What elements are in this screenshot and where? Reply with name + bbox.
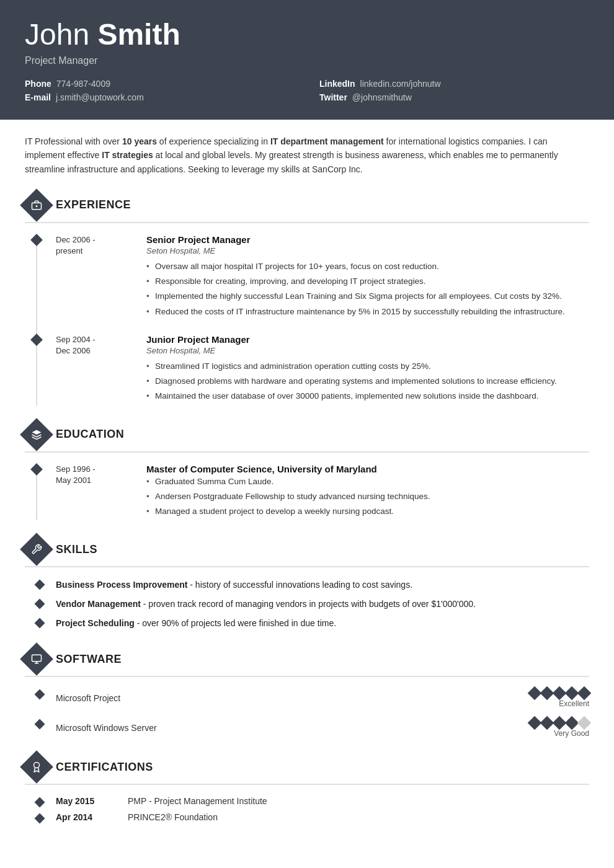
skills-header: SKILLS xyxy=(25,538,589,567)
skill-name-2: Vendor Management xyxy=(56,599,141,609)
summary-bold-dept: IT department management xyxy=(270,136,384,146)
resume-main: IT Professional with over 10 years of ex… xyxy=(0,120,614,865)
svg-point-6 xyxy=(34,763,40,768)
first-name: John xyxy=(25,18,97,51)
edu-diamond-1 xyxy=(30,463,43,476)
cert-list: May 2015 PMP - Project Management Instit… xyxy=(25,796,589,822)
skill-name-1: Business Process Improvement xyxy=(56,580,187,590)
skill-diamond-1 xyxy=(35,580,45,590)
exp-details-2: Junior Project Manager Seton Hospital, M… xyxy=(146,334,589,405)
summary-section: IT Professional with over 10 years of ex… xyxy=(25,135,589,176)
dot-2-4 xyxy=(565,716,579,730)
exp-date-2: Sep 2004 -Dec 2006 xyxy=(56,334,136,405)
cert-item-2: Apr 2014 PRINCE2® Foundation xyxy=(56,812,589,822)
skill-item-2: Vendor Management - proven track record … xyxy=(56,598,589,611)
certifications-icon xyxy=(20,751,53,784)
dot-2-3 xyxy=(553,716,567,730)
dot-1-3 xyxy=(553,686,567,701)
sw-name-2: Microsoft Windows Server xyxy=(56,723,157,733)
software-header: SOFTWARE xyxy=(25,647,589,677)
sw-name-1: Microsoft Project xyxy=(56,693,120,703)
linkedin-label: LinkedIn xyxy=(319,79,355,89)
skills-list: Business Process Improvement - history o… xyxy=(25,578,589,630)
cert-date-1: May 2015 xyxy=(56,796,118,806)
email-label: E-mail xyxy=(25,92,51,102)
experience-header: EXPERIENCE xyxy=(25,193,589,223)
exp-date-1: Dec 2006 -present xyxy=(56,234,136,321)
edu-bullet-1-1: Graduated Summa Cum Laude. xyxy=(146,476,589,488)
edu-degree-1: Master of Computer Science, University o… xyxy=(146,464,589,474)
education-item-1: Sep 1996 -May 2001 Master of Computer Sc… xyxy=(56,464,589,521)
cert-name-2: PRINCE2® Foundation xyxy=(128,812,589,822)
timeline-diamond-1 xyxy=(30,234,43,246)
education-section: EDUCATION Sep 1996 -May 2001 Master of C… xyxy=(25,423,589,521)
job-title: Project Manager xyxy=(25,55,589,66)
dot-1-1 xyxy=(528,686,542,701)
contact-twitter: Twitter @johnsmithutw xyxy=(319,92,589,102)
sw-rating-label-2: Very Good xyxy=(554,729,589,738)
experience-section: EXPERIENCE Dec 2006 -present Senior Proj… xyxy=(25,193,589,405)
edu-date-1: Sep 1996 -May 2001 xyxy=(56,464,136,521)
edu-details-1: Master of Computer Science, University o… xyxy=(146,464,589,521)
skill-name-3: Project Scheduling xyxy=(56,618,135,628)
experience-item-1: Dec 2006 -present Senior Project Manager… xyxy=(56,234,589,321)
edu-bullet-1-3: Managed a student project to develop a w… xyxy=(146,505,589,518)
software-icon xyxy=(20,643,53,676)
cert-item-1: May 2015 PMP - Project Management Instit… xyxy=(56,796,589,806)
skill-diamond-3 xyxy=(35,618,45,629)
education-title: EDUCATION xyxy=(56,428,124,441)
edu-bullet-1-2: Andersen Postgraduate Fellowship to stud… xyxy=(146,490,589,503)
exp-bullet-1-4: Reduced the costs of IT infrastructure m… xyxy=(146,306,589,318)
dot-2-1 xyxy=(528,716,542,730)
software-item-2: Microsoft Windows Server Very Good xyxy=(56,718,589,738)
cert-diamond-2 xyxy=(35,813,45,824)
dot-1-5 xyxy=(577,686,592,701)
exp-bullet-2-3: Maintained the user database of over 300… xyxy=(146,390,589,402)
exp-bullet-1-3: Implemented the highly successful Lean T… xyxy=(146,290,589,303)
software-section: SOFTWARE Microsoft Project Excellent xyxy=(25,647,589,738)
svg-rect-3 xyxy=(32,655,42,662)
skills-section: SKILLS Business Process Improvement - hi… xyxy=(25,538,589,630)
skill-desc-3: - over 90% of projects led were finished… xyxy=(135,618,336,628)
twitter-value: @johnsmithutw xyxy=(352,92,412,102)
education-icon xyxy=(20,418,53,451)
summary-bold-years: 10 years xyxy=(122,136,157,146)
sw-diamond-2 xyxy=(35,719,45,730)
software-list: Microsoft Project Excellent Microsoft Wi… xyxy=(25,688,589,738)
sw-dots-2 xyxy=(530,718,589,728)
exp-bullet-2-1: Streamlined IT logistics and administrat… xyxy=(146,360,589,373)
exp-bullets-1: Oversaw all major hospital IT projects f… xyxy=(146,260,589,318)
last-name: Smith xyxy=(97,18,180,51)
linkedin-value: linkedin.com/johnutw xyxy=(360,79,441,89)
edu-bullets-1: Graduated Summa Cum Laude. Andersen Post… xyxy=(146,476,589,518)
full-name: John Smith xyxy=(25,19,589,51)
skills-icon xyxy=(20,533,53,567)
contact-email: E-mail j.smith@uptowork.com xyxy=(25,92,295,102)
email-value: j.smith@uptowork.com xyxy=(56,92,144,102)
dot-2-2 xyxy=(540,716,554,730)
sw-rating-1: Excellent xyxy=(530,688,589,708)
software-title: SOFTWARE xyxy=(56,653,122,666)
exp-title-2: Junior Project Manager xyxy=(146,334,589,345)
resume-header: John Smith Project Manager Phone 774-987… xyxy=(0,0,614,120)
experience-timeline: Dec 2006 -present Senior Project Manager… xyxy=(25,234,589,405)
software-item-1: Microsoft Project Excellent xyxy=(56,688,589,708)
sw-rating-2: Very Good xyxy=(530,718,589,738)
sw-diamond-1 xyxy=(35,689,45,700)
certifications-header: CERTIFICATIONS xyxy=(25,755,589,785)
sw-dots-1 xyxy=(530,688,589,698)
certifications-title: CERTIFICATIONS xyxy=(56,761,153,774)
skill-desc-2: - proven track record of managing vendor… xyxy=(141,599,476,609)
skill-desc-1: - history of successful innovations lead… xyxy=(187,580,412,590)
exp-bullet-1-2: Responsible for creating, improving, and… xyxy=(146,275,589,288)
contact-info: Phone 774-987-4009 LinkedIn linkedin.com… xyxy=(25,79,589,102)
contact-phone: Phone 774-987-4009 xyxy=(25,79,295,89)
certifications-section: CERTIFICATIONS May 2015 PMP - Project Ma… xyxy=(25,755,589,822)
exp-details-1: Senior Project Manager Seton Hospital, M… xyxy=(146,234,589,321)
twitter-label: Twitter xyxy=(319,92,347,102)
skill-diamond-2 xyxy=(35,599,45,609)
education-timeline: Sep 1996 -May 2001 Master of Computer Sc… xyxy=(25,464,589,521)
exp-bullets-2: Streamlined IT logistics and administrat… xyxy=(146,360,589,403)
exp-bullet-2-2: Diagnosed problems with hardware and ope… xyxy=(146,375,589,388)
phone-label: Phone xyxy=(25,79,51,89)
